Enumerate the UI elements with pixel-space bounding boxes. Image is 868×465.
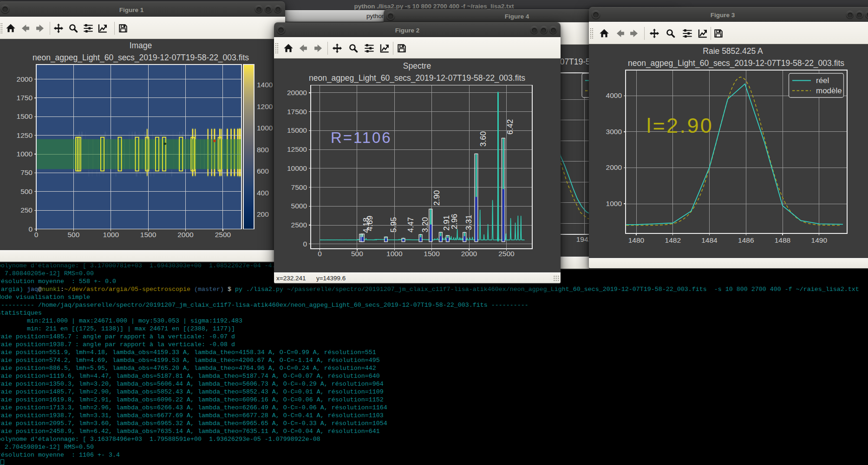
svg-text:500: 500 <box>20 187 33 195</box>
svg-text:6.42: 6.42 <box>506 119 515 135</box>
svg-text:500: 500 <box>67 231 79 239</box>
svg-text:réel: réel <box>816 76 829 85</box>
svg-text:1400: 1400 <box>257 81 273 89</box>
svg-text:2.90: 2.90 <box>432 190 441 206</box>
svg-text:3000: 3000 <box>606 128 622 136</box>
svg-text:R=1106: R=1106 <box>331 129 392 146</box>
svg-text:600: 600 <box>257 167 269 175</box>
svg-text:0: 0 <box>303 240 307 248</box>
svg-text:1482: 1482 <box>665 236 681 244</box>
svg-text:1000: 1000 <box>606 200 622 207</box>
svg-text:Spectre: Spectre <box>403 61 431 71</box>
svg-text:4.47: 4.47 <box>406 217 415 232</box>
svg-text:3.20: 3.20 <box>421 217 430 232</box>
svg-text:modèle: modèle <box>816 86 842 95</box>
svg-text:2.96: 2.96 <box>450 214 459 229</box>
svg-text:Image: Image <box>130 41 152 50</box>
svg-text:0: 0 <box>34 231 39 239</box>
svg-text:17500: 17500 <box>287 108 307 116</box>
svg-text:500: 500 <box>351 250 363 258</box>
svg-text:7500: 7500 <box>291 183 307 191</box>
svg-text:20000: 20000 <box>287 89 307 97</box>
svg-text:800: 800 <box>257 146 269 154</box>
svg-text:2500: 2500 <box>291 221 307 229</box>
svg-text:1480: 1480 <box>628 236 645 244</box>
svg-text:1000: 1000 <box>386 250 403 258</box>
svg-text:neon_agpeg_Light_60_secs_2019-: neon_agpeg_Light_60_secs_2019-12-07T19-5… <box>628 58 844 68</box>
svg-text:1750: 1750 <box>17 94 33 102</box>
svg-text:4.69: 4.69 <box>365 216 374 231</box>
svg-text:2000: 2000 <box>177 231 194 239</box>
svg-text:12500: 12500 <box>287 145 307 153</box>
svg-text:1000: 1000 <box>17 150 33 158</box>
svg-text:l=2.90: l=2.90 <box>646 114 713 137</box>
svg-text:1500: 1500 <box>17 112 33 120</box>
svg-text:1486: 1486 <box>738 236 754 244</box>
svg-text:1000: 1000 <box>103 231 119 239</box>
svg-text:1500: 1500 <box>424 250 440 258</box>
svg-text:10000: 10000 <box>287 164 307 172</box>
svg-text:250: 250 <box>20 206 33 214</box>
svg-text:2000: 2000 <box>606 163 622 171</box>
svg-text:1488: 1488 <box>775 236 790 244</box>
svg-text:0: 0 <box>318 250 322 258</box>
svg-text:1200: 1200 <box>257 103 273 110</box>
svg-text:3.31: 3.31 <box>464 215 473 230</box>
svg-text:200: 200 <box>257 210 269 218</box>
svg-text:2000: 2000 <box>461 250 477 258</box>
svg-text:5.95: 5.95 <box>389 217 398 232</box>
svg-text:1250: 1250 <box>17 131 33 139</box>
svg-text:neon_agpeg_Light_60_secs_2019-: neon_agpeg_Light_60_secs_2019-12-07T19-5… <box>309 73 525 83</box>
svg-text:3.60: 3.60 <box>479 131 488 147</box>
svg-text:0: 0 <box>28 225 33 233</box>
svg-text:1500: 1500 <box>140 231 157 239</box>
svg-text:2000: 2000 <box>17 75 33 83</box>
svg-text:1000: 1000 <box>257 124 273 132</box>
svg-text:2500: 2500 <box>498 250 515 258</box>
svg-text:neon_agpeg_Light_60_secs_2019-: neon_agpeg_Light_60_secs_2019-12-07T19-5… <box>33 53 249 63</box>
svg-text:750: 750 <box>20 168 33 176</box>
svg-text:4000: 4000 <box>606 91 622 99</box>
svg-text:Raie 5852.425 A: Raie 5852.425 A <box>703 46 763 56</box>
svg-text:1490: 1490 <box>811 236 828 244</box>
svg-text:1484: 1484 <box>701 236 718 244</box>
svg-text:5000: 5000 <box>291 202 307 210</box>
svg-text:15000: 15000 <box>287 126 307 134</box>
svg-text:400: 400 <box>257 189 269 197</box>
svg-text:2500: 2500 <box>215 231 231 239</box>
